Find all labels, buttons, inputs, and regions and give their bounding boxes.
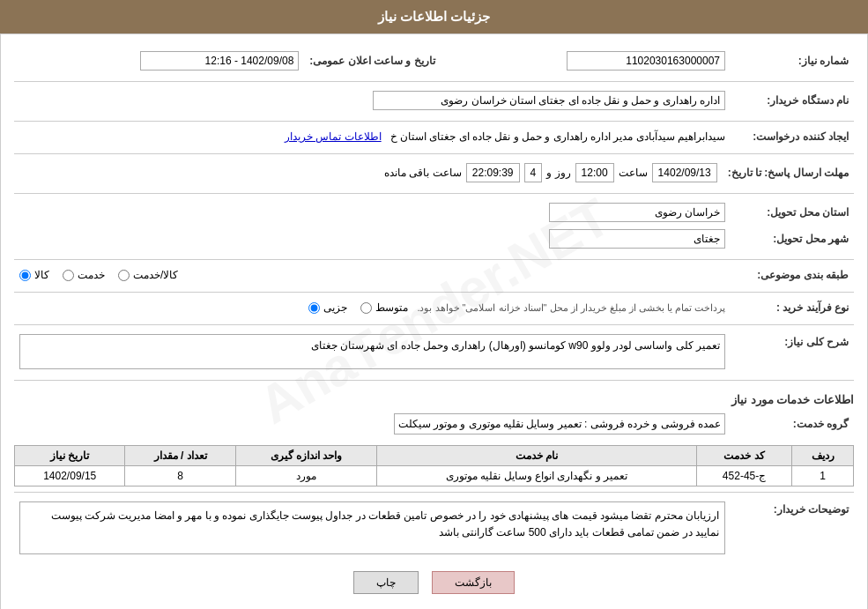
- table-cell-date: 1402/09/15: [15, 466, 125, 486]
- city-label: شهر محل تحویل:: [731, 226, 854, 252]
- table-cell-unit: مورد: [235, 466, 377, 486]
- date-label: تاریخ و ساعت اعلان عمومی:: [304, 48, 440, 74]
- deadline-remain-label: ساعت باقی مانده: [384, 167, 462, 179]
- divider-3: [14, 153, 854, 154]
- purchase-option-1: جزیی: [308, 301, 347, 314]
- province-row: استان محل تحویل: خراسان رضوی: [14, 199, 854, 226]
- buyer-notes-box: ارزیابان محترم تقضا میشود قیمت های پیشنه…: [19, 501, 725, 554]
- category-option-1-label: کالا: [34, 269, 49, 281]
- city-row: شهر محل تحویل: جغتای: [14, 226, 854, 252]
- purchase-radio-1[interactable]: [308, 302, 320, 314]
- need-desc-value: تعمیر کلی واساسی لودر ولوو w90 کومانسو (…: [14, 330, 731, 373]
- service-group-box: عمده فروشی و خرده فروشی : تعمیر وسایل نق…: [394, 413, 725, 434]
- buyer-org-box: اداره راهداری و حمل و نقل جاده ای جغتای …: [373, 91, 725, 110]
- purchase-type-value: پرداخت تمام یا بخشی از مبلغ خریدار از مح…: [14, 298, 731, 317]
- info-table-need-desc: شرح کلی نیاز: تعمیر کلی واساسی لودر ولوو…: [14, 330, 854, 373]
- divider-6: [14, 292, 854, 293]
- purchase-type-row: نوع فرآیند خرید : پرداخت تمام یا بخشی از…: [14, 298, 854, 317]
- need-number-box: 1102030163000007: [567, 51, 725, 71]
- divider-1: [14, 81, 854, 82]
- purchase-option-2: متوسط: [360, 301, 408, 314]
- info-table-top: شماره نیاز: 1102030163000007 تاریخ و ساع…: [14, 48, 854, 74]
- buyer-org-value: اداره راهداری و حمل و نقل جاده ای جغتای …: [14, 87, 731, 114]
- info-table-purchase: نوع فرآیند خرید : پرداخت تمام یا بخشی از…: [14, 298, 854, 317]
- divider-2: [14, 121, 854, 122]
- category-radio-group: کالا/خدمت خدمت کالا: [19, 269, 725, 281]
- category-value: کالا/خدمت خدمت کالا: [14, 265, 731, 285]
- date-box: 1402/09/08 - 12:16: [140, 51, 299, 71]
- service-info-title: اطلاعات خدمات مورد نیاز: [14, 388, 854, 410]
- purchase-option-2-label: متوسط: [375, 301, 408, 314]
- need-desc-box: تعمیر کلی واساسی لودر ولوو w90 کومانسو (…: [19, 334, 725, 369]
- deadline-date-box: 1402/09/13: [652, 163, 717, 182]
- creator-row: ایجاد کننده درخواست: سیدابراهیم سیدآبادی…: [14, 127, 854, 146]
- buyer-notes-row: توضیحات خریدار: ارزیابان محترم تقضا میشو…: [14, 498, 854, 558]
- city-value: جغتای: [14, 226, 731, 252]
- service-table: ردیف کد خدمت نام خدمت واحد اندازه گیری ت…: [14, 445, 854, 486]
- creator-name: سیدابراهیم سیدآبادی مدیر اداره راهداری و…: [390, 130, 725, 143]
- info-table-category: طبقه بندی موضوعی: کالا/خدمت خدمت کالا: [14, 265, 854, 285]
- need-number-label: شماره نیاز:: [731, 48, 854, 74]
- province-box: خراسان رضوی: [549, 203, 725, 222]
- need-number-row: شماره نیاز: 1102030163000007 تاریخ و ساع…: [14, 48, 854, 74]
- deadline-value: 1402/09/13 ساعت 12:00 روز و 4 22:09:39 س…: [14, 160, 723, 186]
- buyer-org-label: نام دستگاه خریدار:: [731, 87, 854, 114]
- page-wrapper: AnaТender.NET جزئیات اطلاعات نیاز شماره …: [0, 0, 868, 609]
- category-radio-3[interactable]: [118, 270, 130, 281]
- deadline-label: مهلت ارسال پاسخ: تا تاریخ:: [723, 160, 854, 186]
- col-date: تاریخ نیاز: [15, 446, 125, 466]
- table-cell-qty: 8: [125, 466, 235, 486]
- need-number-value: 1102030163000007: [441, 48, 731, 74]
- table-row: 1ج-45-452تعمیر و نگهداری انواع وسایل نقل…: [15, 466, 854, 486]
- info-table-notes: توضیحات خریدار: ارزیابان محترم تقضا میشو…: [14, 498, 854, 558]
- service-group-row: گروه خدمت: عمده فروشی و خرده فروشی : تعم…: [14, 410, 854, 438]
- need-desc-label: شرح کلی نیاز:: [731, 330, 854, 373]
- need-desc-row: شرح کلی نیاز: تعمیر کلی واساسی لودر ولوو…: [14, 330, 854, 373]
- col-qty: تعداد / مقدار: [125, 446, 235, 466]
- info-table-creator: ایجاد کننده درخواست: سیدابراهیم سیدآبادی…: [14, 127, 854, 146]
- date-value: 1402/09/08 - 12:16: [14, 48, 304, 74]
- deadline-days-label: روز و: [546, 167, 570, 179]
- deadline-remain-box: 22:09:39: [466, 163, 520, 182]
- category-option-2-label: خدمت: [78, 269, 105, 281]
- buyer-notes-value: ارزیابان محترم تقضا میشود قیمت های پیشنه…: [14, 498, 731, 558]
- purchase-option-1-label: جزیی: [323, 301, 347, 314]
- category-option-2: خدمت: [63, 269, 105, 281]
- back-button[interactable]: بازگشت: [432, 571, 515, 594]
- divider-5: [14, 259, 854, 260]
- col-unit: واحد اندازه گیری: [235, 446, 377, 466]
- purchase-radio-group: متوسط جزیی: [308, 301, 408, 314]
- category-label: طبقه بندی موضوعی:: [731, 265, 854, 285]
- category-radio-2[interactable]: [63, 270, 74, 281]
- category-radio-1[interactable]: [19, 270, 31, 281]
- creator-link[interactable]: اطلاعات تماس خریدار: [285, 130, 382, 143]
- category-option-3-label: کالا/خدمت: [133, 269, 178, 281]
- category-row: طبقه بندی موضوعی: کالا/خدمت خدمت کالا: [14, 265, 854, 285]
- info-table-buyer: نام دستگاه خریدار: اداره راهداری و حمل و…: [14, 87, 854, 114]
- print-button[interactable]: چاپ: [353, 571, 419, 594]
- creator-label: ایجاد کننده درخواست:: [731, 127, 854, 146]
- service-group-label: گروه خدمت:: [731, 410, 854, 438]
- deadline-time-box: 12:00: [575, 163, 614, 182]
- button-row: بازگشت چاپ: [14, 571, 854, 607]
- col-code: کد خدمت: [697, 446, 792, 466]
- deadline-time-label: ساعت: [619, 167, 648, 179]
- table-cell-row: 1: [792, 466, 854, 486]
- purchase-type-container: پرداخت تمام یا بخشی از مبلغ خریدار از مح…: [19, 301, 725, 314]
- province-value: خراسان رضوی: [14, 199, 731, 226]
- province-label: استان محل تحویل:: [731, 199, 854, 226]
- info-table-location: استان محل تحویل: خراسان رضوی شهر محل تحو…: [14, 199, 854, 252]
- category-option-1: کالا: [19, 269, 49, 281]
- purchase-note: پرداخت تمام یا بخشی از مبلغ خریدار از مح…: [417, 302, 725, 314]
- deadline-date-row: 1402/09/13 ساعت 12:00 روز و 4 22:09:39 س…: [19, 163, 717, 182]
- service-table-body: 1ج-45-452تعمیر و نگهداری انواع وسایل نقل…: [15, 466, 854, 486]
- deadline-days-box: 4: [524, 163, 543, 182]
- buyer-notes-label: توضیحات خریدار:: [731, 498, 854, 558]
- deadline-row: مهلت ارسال پاسخ: تا تاریخ: 1402/09/13 سا…: [14, 160, 854, 186]
- category-option-3: کالا/خدمت: [118, 269, 178, 281]
- col-name: نام خدمت: [377, 446, 697, 466]
- table-cell-name: تعمیر و نگهداری انواع وسایل نقلیه موتوری: [377, 466, 697, 486]
- info-table-deadline: مهلت ارسال پاسخ: تا تاریخ: 1402/09/13 سا…: [14, 160, 854, 186]
- city-box: جغتای: [549, 229, 725, 249]
- purchase-radio-2[interactable]: [360, 302, 372, 314]
